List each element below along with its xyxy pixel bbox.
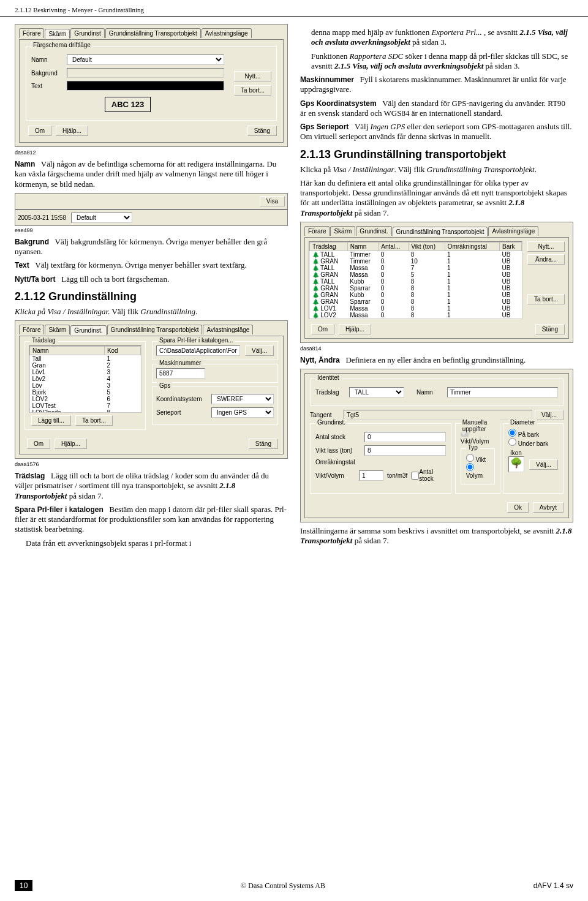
table-row: 🌲 TALLTimmer081UB — [310, 251, 522, 258]
btn-om3[interactable]: Om — [311, 324, 334, 334]
sel-koord[interactable]: SWEREF — [211, 394, 274, 404]
ref-dasa1576: dasa1576 — [15, 461, 288, 467]
heading-2112: 2.1.12 Grundinställning — [15, 290, 288, 303]
btn-tabort2[interactable]: Ta bort... — [75, 415, 113, 426]
tab2-avlast[interactable]: Avlastningsläge — [203, 325, 253, 334]
screenshot-edit-panel: Identitet Trädslag TALL Namn Tangent Väl… — [300, 369, 573, 522]
btn-hjalp2[interactable]: Hjälp... — [55, 439, 87, 449]
page-header: 2.1.12 Beskrivning - Menyer - Grundinstä… — [0, 0, 588, 17]
swatch-text[interactable] — [67, 81, 224, 91]
sub-2113b: Här kan du definiera ett antal olika gru… — [300, 178, 573, 218]
para-spara2: Data från ett avverkningsobjekt sparas i… — [26, 538, 288, 548]
in-antal[interactable] — [364, 432, 446, 442]
tab-grundinst[interactable]: Grundinst — [70, 28, 104, 38]
tab2-transport[interactable]: Grundinställning Transportobjekt — [107, 325, 203, 334]
swatch-bakgrund[interactable] — [67, 68, 224, 78]
tab-forare[interactable]: Förare — [19, 28, 44, 38]
page-footer: 10 © Dasa Control Systems AB dAFV 1.4 sv — [0, 880, 588, 891]
table-row: 🌲 LOV2Massa081UB — [310, 312, 522, 319]
right-p2: Funktionen Rapportera SDC söker i denna … — [311, 51, 573, 72]
btn-om[interactable]: Om — [28, 126, 51, 136]
tab2-skarm[interactable]: Skärm — [45, 325, 70, 334]
btn-tabort[interactable]: Ta bort... — [234, 85, 271, 96]
sel-trad[interactable]: TALL — [349, 387, 404, 398]
sub-2113a: Klicka på Visa / Inställningar. Välj fli… — [300, 165, 573, 175]
icon-preview: 🌳 — [508, 456, 524, 472]
cb-antalstock[interactable] — [411, 472, 419, 480]
btn-nytt3[interactable]: Nytt... — [527, 241, 565, 252]
btn-stang[interactable]: Stäng — [247, 126, 277, 136]
input-mask[interactable] — [156, 368, 205, 379]
btn-valj[interactable]: Välj... — [245, 345, 274, 356]
tab-skarm[interactable]: Skärm — [45, 29, 70, 39]
btn-nytt[interactable]: Nytt... — [234, 71, 271, 81]
right-p1: denna mapp med hjälp av funktionen Expor… — [311, 28, 573, 48]
radio-volym[interactable] — [466, 463, 474, 471]
table-row: 🌲 GRANTimmer0101UB — [310, 258, 522, 265]
btn-om2[interactable]: Om — [27, 439, 50, 449]
tree-icon: 🌲 — [312, 252, 319, 258]
btn-laggtill[interactable]: Lägg till... — [31, 415, 71, 426]
fs-mask: Maskinnummer — [157, 360, 203, 366]
tab3-grundinst[interactable]: Grundinst. — [356, 226, 391, 236]
screenshot-statusbar: Visa — [15, 193, 288, 209]
select-status-default[interactable]: Default — [71, 213, 132, 223]
tradslag-list[interactable]: NamnKod Tall1 Gran2 Löv13 Löv24 Löv3 Bjö… — [29, 345, 141, 413]
radio-vikt[interactable] — [466, 454, 474, 462]
para-gpss: Gps Serieport Välj Ingen GPS eller den s… — [300, 122, 573, 142]
para-gpsk: Gps Koordinatsystem Välj den standard fö… — [300, 99, 573, 119]
para-nytt: Nytt/Ta bort Lägg till och ta bort färgs… — [15, 274, 288, 284]
btn-andra3[interactable]: Ändra... — [527, 254, 565, 265]
screenshot-transport-panel: Förare Skärm Grundinst. Grundinställning… — [300, 222, 573, 343]
preview-abc: ABC 123 — [105, 97, 151, 112]
select-namn[interactable]: Default — [67, 55, 224, 65]
label-namn: Namn — [31, 56, 67, 63]
para-namn: Namn Välj någon av de befintliga schemor… — [15, 159, 288, 189]
ref-dasa812: dasa812 — [15, 149, 288, 156]
heading-2113: 2.1.13 Grundinställning transportobjekt — [300, 148, 573, 161]
btn-stang2[interactable]: Stäng — [249, 439, 278, 449]
btn-hjalp[interactable]: Hjälp... — [56, 126, 88, 136]
footer-center: © Dasa Control Systems AB — [241, 881, 325, 891]
btn-ok[interactable]: Ok — [507, 502, 529, 513]
radio-pabark[interactable] — [508, 429, 516, 437]
para-mask: Maskinnummer Fyll i skotarens maskinnumm… — [300, 75, 573, 95]
btn-visa[interactable]: Visa — [260, 196, 285, 206]
btn-valj-tang[interactable]: Välj... — [535, 410, 564, 420]
table-row: 🌲 TALLKubb081UB — [310, 278, 522, 285]
in-tang — [344, 410, 532, 420]
label-text: Text — [31, 83, 67, 89]
input-path[interactable] — [156, 345, 240, 356]
in-viktvol[interactable] — [359, 470, 383, 481]
left-column: Förare Skärm Grundinst Grundinställning … — [15, 24, 288, 552]
tab3-transport[interactable]: Grundinställning Transportobjekt — [393, 227, 488, 236]
in-vikt[interactable] — [364, 445, 446, 456]
tab-grund-transport[interactable]: Grundinställning Transportobjekt — [105, 28, 201, 38]
para-nyttandra: Nytt, Ändra Definiera en ny eller ändra … — [300, 355, 573, 365]
table-row: 🌲 GRANSparrar081UB — [310, 298, 522, 305]
tab2-forare[interactable]: Förare — [19, 325, 44, 334]
table-row: 🌲 GRANSparrar081UB — [310, 285, 522, 292]
tab3-skarm[interactable]: Skärm — [330, 226, 355, 236]
fs-tradslag: Trädslag — [30, 337, 58, 344]
sub-2112: Klicka på Visa / Inställningar. Välj fli… — [15, 307, 288, 317]
page-number: 10 — [15, 880, 32, 891]
radio-underbark[interactable] — [508, 438, 516, 446]
table-row: 🌲 LOV1Massa081UB — [310, 305, 522, 312]
transport-table[interactable]: TrädslagNamnAntal...Vikt (ton)Omräknings… — [309, 241, 522, 319]
tab2-grundinst[interactable]: Grundinst. — [70, 325, 106, 335]
in-namn[interactable] — [447, 387, 558, 398]
btn-hjalp3[interactable]: Hjälp... — [339, 324, 371, 334]
tab3-forare[interactable]: Förare — [304, 226, 330, 236]
btn-stang3[interactable]: Stäng — [535, 324, 565, 334]
tab-avlast[interactable]: Avlastningsläge — [202, 28, 252, 38]
tab3-avlast[interactable]: Avlastningsläge — [488, 226, 538, 236]
btn-avbryt[interactable]: Avbryt — [533, 502, 564, 513]
status-timestamp: 2005-03-21 15:58 — [18, 214, 66, 221]
right-column: denna mapp med hjälp av funktionen Expor… — [300, 24, 573, 552]
fs-gps: Gps — [157, 382, 172, 389]
btn-tabort3[interactable]: Ta bort... — [527, 294, 565, 304]
btn-valj-ikon[interactable]: Välj... — [529, 459, 558, 470]
table-row: 🌲 TALLMassa071UB — [310, 265, 522, 271]
sel-serie[interactable]: Ingen GPS — [211, 407, 274, 418]
